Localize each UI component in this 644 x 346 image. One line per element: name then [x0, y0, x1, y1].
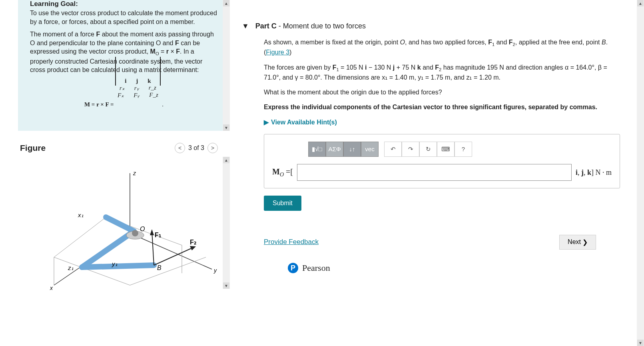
- problem-content: As shown, a member is fixed at the origi…: [242, 38, 644, 274]
- subscript-button[interactable]: ↓↑: [343, 142, 361, 157]
- answer-input[interactable]: [297, 164, 572, 181]
- instruction-text: Express the individual components of the…: [264, 102, 620, 112]
- help-button[interactable]: ?: [455, 142, 472, 157]
- figure-scrollbar[interactable]: ▲ ▼: [223, 157, 230, 289]
- next-button[interactable]: Next ❯: [559, 235, 596, 250]
- figure-prev-button[interactable]: <: [175, 143, 185, 153]
- svg-text:z: z: [133, 170, 136, 176]
- text: , applied at the free end, point: [515, 39, 602, 46]
- value: x₁ = 1.40 m: [382, 74, 414, 81]
- keyboard-button[interactable]: ⌨: [437, 142, 455, 157]
- value: α = 164.0°: [565, 64, 594, 71]
- greek-button[interactable]: ΑΣΦ: [326, 142, 343, 157]
- value: γ = 80.0°: [295, 74, 321, 81]
- pearson-branding: P Pearson: [288, 262, 620, 274]
- text: .: [606, 39, 608, 46]
- goal-scrollbar[interactable]: ▲ ▼: [223, 0, 230, 131]
- redo-button[interactable]: ↷: [402, 142, 419, 157]
- svg-marker-14: [150, 229, 154, 235]
- answer-lhs: MO =[: [272, 166, 293, 179]
- answer-input-row: MO =[ i, j, k] N · m: [272, 164, 612, 181]
- svg-text:x: x: [50, 285, 53, 291]
- scroll-up-icon[interactable]: ▲: [223, 157, 229, 163]
- svg-text:z₁: z₁: [68, 264, 74, 271]
- undo-button[interactable]: ↶: [384, 142, 402, 157]
- scroll-down-icon[interactable]: ▼: [223, 282, 229, 289]
- value: 195 N: [487, 64, 504, 71]
- right-panel: ▼ Part C - Moment due to two forces As s…: [230, 0, 644, 346]
- figure-next-button[interactable]: >: [207, 143, 218, 153]
- part-header[interactable]: ▼ Part C - Moment due to two forces: [242, 0, 644, 38]
- text: As shown, a member is fixed at the origi…: [264, 39, 400, 46]
- pearson-text: Pearson: [302, 262, 330, 274]
- next-label: Next: [568, 238, 581, 246]
- template-button[interactable]: ▮√□: [308, 142, 326, 157]
- provide-feedback-link[interactable]: Provide Feedback: [264, 237, 319, 247]
- view-hints-toggle[interactable]: ▶ View Available Hint(s): [264, 118, 620, 127]
- matrix-cell: F_z: [149, 92, 158, 99]
- learning-goal-theory: The moment of a force F about the moment…: [30, 30, 218, 74]
- svg-line-13: [152, 231, 154, 265]
- value: z₁ = 1.20 m: [466, 74, 498, 81]
- matrix-determinant: M = r × F = ijk rₓrᵧr_z FₓFᵧF_z .: [30, 78, 218, 108]
- scroll-up-icon[interactable]: ▲: [223, 0, 229, 6]
- forces-paragraph: The forces are given by F1 = 105 N i − 1…: [264, 63, 620, 82]
- text: has magnitude: [441, 64, 487, 71]
- text: The forces are given by: [264, 64, 333, 71]
- svg-text:y₁: y₁: [112, 260, 118, 267]
- matrix-cell: Fₓ: [118, 92, 124, 99]
- chevron-right-icon: ❯: [582, 238, 588, 246]
- svg-point-10: [132, 230, 138, 236]
- matrix-cell: Fᵧ: [134, 92, 140, 99]
- svg-text:x₁: x₁: [78, 212, 84, 218]
- figure-page-label: 3 of 3: [188, 144, 204, 152]
- answer-rhs: i, j, k] N · m: [576, 167, 612, 178]
- vector-button[interactable]: vec: [361, 142, 379, 157]
- main-scrollbar[interactable]: ▲ ▼: [637, 0, 644, 346]
- intro-paragraph: As shown, a member is fixed at the origi…: [264, 38, 620, 57]
- matrix-cell: k: [148, 78, 151, 84]
- scroll-down-icon[interactable]: ▼: [637, 340, 644, 346]
- matrix-cell: j: [136, 78, 138, 84]
- text: , and has two applied forces,: [405, 39, 488, 46]
- scroll-up-icon[interactable]: ▲: [637, 0, 644, 6]
- collapse-caret-icon[interactable]: ▼: [242, 22, 249, 30]
- figure-header: Figure < 3 of 3 >: [18, 131, 230, 157]
- scroll-down-icon[interactable]: ▼: [223, 124, 229, 131]
- pearson-logo-icon: P: [288, 263, 298, 273]
- learning-goal-title: Learning Goal:: [30, 0, 218, 8]
- svg-text:F₂: F₂: [190, 239, 196, 246]
- matrix-cell: rₓ: [120, 84, 125, 92]
- hints-label: View Available Hint(s): [271, 118, 337, 127]
- left-panel: Learning Goal: To use the vector cross p…: [0, 0, 230, 346]
- learning-goal-body: To use the vector cross product to calcu…: [30, 9, 218, 26]
- part-title: - Moment due to two forces: [277, 22, 366, 30]
- text: . The dimensions are: [320, 74, 382, 81]
- chevron-right-icon: ▶: [264, 118, 269, 127]
- submit-button[interactable]: Submit: [264, 196, 301, 211]
- figure-link[interactable]: Figure 3: [266, 49, 289, 56]
- svg-line-16: [154, 247, 194, 265]
- svg-text:O: O: [140, 226, 145, 232]
- matrix-cell: i: [125, 78, 126, 84]
- goal-text: The moment of a force: [30, 31, 96, 38]
- reset-button[interactable]: ↻: [419, 142, 437, 157]
- svg-line-8: [82, 265, 154, 267]
- svg-text:y: y: [213, 267, 217, 274]
- part-label: Part C: [255, 22, 277, 30]
- matrix-cell: r_z: [149, 84, 156, 92]
- figure-nav: < 3 of 3 >: [175, 143, 218, 153]
- text: and direction angles: [504, 64, 565, 71]
- matrix-cell: rᵧ: [134, 84, 139, 92]
- question-text: What is the moment about the origin due …: [264, 88, 620, 97]
- answer-box: ▮√□ ΑΣΦ ↓↑ vec ↶ ↷ ↻ ⌨ ? MO =[ i, j, k] …: [264, 134, 620, 188]
- learning-goal-box: Learning Goal: To use the vector cross p…: [18, 0, 230, 131]
- svg-line-7: [82, 231, 134, 267]
- value: y₁ = 1.75 m: [418, 74, 450, 81]
- equation-toolbar: ▮√□ ΑΣΦ ↓↑ vec ↶ ↷ ↻ ⌨ ?: [308, 142, 612, 157]
- figure-title: Figure: [20, 143, 46, 153]
- figure-diagram: z x y O B F₁: [30, 165, 226, 297]
- svg-text:F₁: F₁: [155, 232, 161, 238]
- svg-text:B: B: [157, 264, 161, 271]
- matrix-lhs: M = r × F =: [84, 101, 114, 108]
